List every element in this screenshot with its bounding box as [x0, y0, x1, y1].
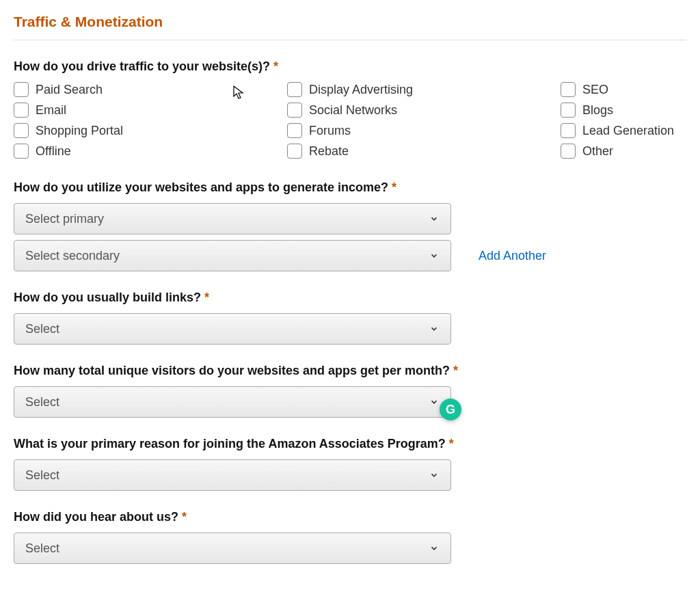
- checkbox-label: Lead Generation: [582, 124, 674, 138]
- select-value: Select: [25, 541, 59, 556]
- checkbox-box[interactable]: [561, 123, 576, 138]
- checkbox-box[interactable]: [287, 144, 302, 159]
- question-text: How do you usually build links?: [14, 291, 201, 304]
- question-label: How do you utilize your websites and app…: [14, 180, 686, 195]
- chevron-down-icon: [429, 323, 440, 334]
- checkbox-label: Paid Search: [36, 83, 103, 97]
- checkbox-box[interactable]: [287, 103, 302, 118]
- checkbox-label: Offline: [36, 144, 71, 159]
- select-value: Select secondary: [25, 249, 120, 263]
- required-asterisk: *: [182, 510, 187, 524]
- question-text: How did you hear about us?: [14, 510, 178, 524]
- select-income-secondary[interactable]: Select secondary: [14, 240, 451, 271]
- checkbox-grid: Paid Search Display Advertising SEO Emai…: [14, 82, 686, 159]
- required-asterisk: *: [449, 437, 454, 451]
- select-value: Select: [25, 322, 59, 336]
- checkbox-box[interactable]: [287, 82, 302, 97]
- checkbox-box[interactable]: [14, 103, 29, 118]
- section-divider: [14, 40, 686, 40]
- checkbox-label: Other: [582, 144, 613, 159]
- question-text: What is your primary reason for joining …: [14, 437, 446, 451]
- required-asterisk: *: [453, 364, 458, 377]
- select-hear-about[interactable]: Select: [14, 533, 451, 564]
- question-label: How many total unique visitors do your w…: [14, 364, 686, 378]
- checkbox-label: Forums: [309, 124, 351, 138]
- select-build-links[interactable]: Select: [14, 313, 451, 345]
- checkbox-box[interactable]: [561, 103, 576, 118]
- checkbox-rebate[interactable]: Rebate: [287, 144, 561, 159]
- chevron-down-icon: [429, 543, 440, 554]
- section-title: Traffic & Monetization: [14, 14, 686, 40]
- checkbox-box[interactable]: [14, 144, 29, 159]
- question-unique-visitors: How many total unique visitors do your w…: [14, 364, 686, 418]
- checkbox-label: Shopping Portal: [36, 124, 123, 138]
- question-label: How do you drive traffic to your website…: [14, 59, 686, 74]
- select-value: Select primary: [25, 212, 104, 226]
- add-another-link[interactable]: Add Another: [479, 249, 546, 263]
- chevron-down-icon: [429, 470, 440, 481]
- required-asterisk: *: [273, 59, 278, 73]
- checkbox-paid-search[interactable]: Paid Search: [14, 82, 287, 97]
- checkbox-forums[interactable]: Forums: [287, 123, 561, 138]
- checkbox-box[interactable]: [287, 123, 302, 138]
- checkbox-offline[interactable]: Offline: [14, 144, 287, 159]
- checkbox-label: Blogs: [582, 103, 613, 118]
- question-build-links: How do you usually build links? * Select: [14, 291, 686, 345]
- question-generate-income: How do you utilize your websites and app…: [14, 180, 686, 271]
- question-label: How did you hear about us? *: [14, 510, 686, 524]
- question-drive-traffic: How do you drive traffic to your website…: [14, 59, 686, 159]
- required-asterisk: *: [204, 291, 209, 304]
- checkbox-other[interactable]: Other: [561, 144, 686, 159]
- checkbox-shopping-portal[interactable]: Shopping Portal: [14, 123, 287, 138]
- question-label: What is your primary reason for joining …: [14, 437, 686, 451]
- select-unique-visitors[interactable]: Select: [14, 386, 451, 418]
- chevron-down-icon: [429, 396, 440, 407]
- select-primary-reason[interactable]: Select: [14, 459, 451, 491]
- checkbox-box[interactable]: [561, 82, 576, 97]
- question-text: How do you utilize your websites and app…: [14, 180, 388, 194]
- question-text: How do you drive traffic to your website…: [14, 59, 270, 73]
- badge-letter: G: [446, 403, 455, 417]
- checkbox-lead-generation[interactable]: Lead Generation: [561, 123, 686, 138]
- checkbox-seo[interactable]: SEO: [561, 82, 686, 97]
- checkbox-social-networks[interactable]: Social Networks: [287, 103, 561, 118]
- checkbox-email[interactable]: Email: [14, 103, 287, 118]
- question-primary-reason: What is your primary reason for joining …: [14, 437, 686, 491]
- checkbox-box[interactable]: [14, 82, 29, 97]
- select-value: Select: [25, 395, 59, 409]
- chevron-down-icon: [429, 213, 440, 224]
- checkbox-display-advertising[interactable]: Display Advertising: [287, 82, 561, 97]
- select-value: Select: [25, 468, 59, 483]
- checkbox-label: SEO: [582, 83, 608, 97]
- required-asterisk: *: [392, 180, 396, 194]
- grammarly-badge-icon[interactable]: G: [440, 399, 461, 420]
- checkbox-label: Display Advertising: [309, 83, 413, 97]
- checkbox-label: Email: [36, 103, 66, 118]
- question-hear-about: How did you hear about us? * Select: [14, 510, 686, 564]
- checkbox-box[interactable]: [561, 144, 576, 159]
- checkbox-label: Rebate: [309, 144, 349, 159]
- chevron-down-icon: [429, 250, 440, 261]
- select-income-primary[interactable]: Select primary: [14, 203, 451, 234]
- question-text: How many total unique visitors do your w…: [14, 364, 450, 377]
- question-label: How do you usually build links? *: [14, 291, 686, 305]
- checkbox-blogs[interactable]: Blogs: [561, 103, 686, 118]
- checkbox-box[interactable]: [14, 123, 29, 138]
- checkbox-label: Social Networks: [309, 103, 397, 118]
